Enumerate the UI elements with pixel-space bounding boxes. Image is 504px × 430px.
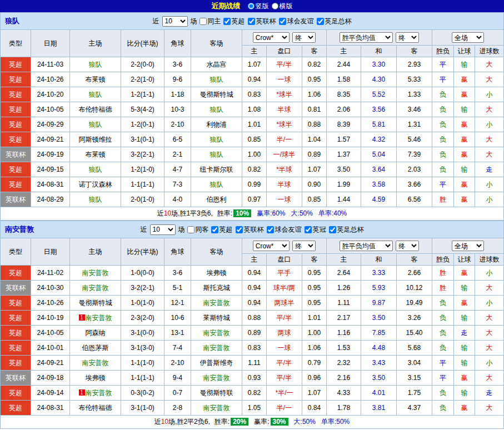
score-cell: 2-3(2-0) xyxy=(121,311,164,326)
match-date: 24-10-05 xyxy=(31,102,70,117)
avg-type-select[interactable]: 胜平负均值 xyxy=(340,32,393,43)
same-venue-checkbox[interactable] xyxy=(187,226,194,233)
avg-away-cell: 2.03 xyxy=(397,162,432,177)
away-team-cell: 狼队 xyxy=(191,72,242,87)
avg-home-cell: 2.32 xyxy=(327,356,361,371)
odds-source-select[interactable]: Crow* xyxy=(253,241,290,251)
competition-label: 英联杯 xyxy=(256,17,276,26)
match-count-select[interactable]: 10 xyxy=(162,16,188,27)
competition-checkbox[interactable] xyxy=(267,226,274,233)
subcol-handicap: 盘口 xyxy=(267,254,302,266)
league-badge: 英超 xyxy=(1,132,31,147)
match-count-select[interactable]: 10 xyxy=(150,224,176,235)
handicap-result-cell: 赢 xyxy=(454,266,475,281)
avg-home-cell: 1.57 xyxy=(327,132,361,147)
match-row: 英超 24-09-21 南安普敦 1-1(1-0) 2-10 伊普斯维奇 1.1… xyxy=(1,356,504,371)
avg-time-select[interactable]: 终 xyxy=(396,32,419,43)
competition-filter[interactable]: 球会友谊 xyxy=(279,17,314,26)
handicap-result-cell: 赢 xyxy=(454,87,475,102)
avg-away-cell: 7.39 xyxy=(397,147,432,162)
corner-cell: 4-0 xyxy=(164,192,191,207)
competition-filter[interactable]: 英冠 xyxy=(305,225,326,234)
vertical-layout-radio[interactable] xyxy=(248,3,255,9)
summary-stats: 胜率:20%赢率:30%大:50%单率:50% xyxy=(214,417,350,427)
competition-checkbox[interactable] xyxy=(279,18,286,25)
same-venue-checkbox[interactable] xyxy=(199,18,207,25)
odds-source-select[interactable]: Crow* xyxy=(253,32,290,43)
league-badge: 英超 xyxy=(1,311,31,326)
result-wdl-cell: 平 xyxy=(432,356,454,371)
avg-away-cell: 3.26 xyxy=(397,311,432,326)
competition-checkbox[interactable] xyxy=(329,226,336,233)
league-badge: 英超 xyxy=(1,72,31,87)
corner-cell: 7-3 xyxy=(164,177,191,192)
match-date: 24-09-14 xyxy=(31,386,70,401)
same-venue-filter[interactable]: 同主 xyxy=(199,17,221,26)
summary-lead-post: 场,胜1平3负6, xyxy=(171,209,213,217)
odds-home-cell: 0.97 xyxy=(242,192,267,207)
corner-cell: 12-1 xyxy=(164,296,191,311)
same-venue-filter[interactable]: 同客 xyxy=(187,225,209,234)
competition-checkbox[interactable] xyxy=(317,18,324,25)
competition-checkbox[interactable] xyxy=(223,18,231,25)
page-title: 近期战绩 xyxy=(212,1,241,11)
avg-away-cell: 1.33 xyxy=(397,87,432,102)
horizontal-layout-radio[interactable] xyxy=(272,3,278,9)
col-date: 日期 xyxy=(31,30,70,57)
scope-select[interactable]: 全场 xyxy=(452,32,484,43)
team-name: 水晶宫 xyxy=(207,61,227,68)
goals-result-cell: 小 xyxy=(475,177,504,192)
avg-draw-cell: 5.81 xyxy=(361,117,397,132)
score-cell: 1-2(1-1) xyxy=(121,87,164,102)
corner-cell: 4-7 xyxy=(164,162,191,177)
layout-option-horizontal[interactable]: 横版 xyxy=(272,2,293,11)
handicap-cell: 半球 xyxy=(267,177,302,192)
layout-option-vertical[interactable]: 竖版 xyxy=(248,2,269,11)
result-wdl-cell: 负 xyxy=(432,341,454,356)
competition-checkbox[interactable] xyxy=(305,226,312,233)
team-name: 狼队 xyxy=(210,76,223,83)
avg-away-cell: 2.93 xyxy=(397,57,432,72)
match-date: 24-09-21 xyxy=(31,132,70,147)
away-team-cell: 埃弗顿 xyxy=(191,266,242,281)
away-team-cell: 南安普敦 xyxy=(191,371,242,386)
odds-time-select[interactable]: 终 xyxy=(292,241,316,251)
scope-select[interactable]: 全场 xyxy=(452,241,484,251)
avg-draw-cell: 4.59 xyxy=(361,192,397,207)
competition-label: 英联杯 xyxy=(244,225,264,234)
avg-draw-cell: 4.48 xyxy=(361,341,397,356)
match-row: 英超 24-08-31 布伦特福德 3-1(1-0) 2-8 南安普敦 1.05… xyxy=(1,401,504,416)
competition-label: 球会友谊 xyxy=(287,17,314,26)
competition-checkbox[interactable] xyxy=(211,226,218,233)
team-name: 埃弗顿 xyxy=(86,374,106,382)
competition-filter[interactable]: 英足总杯 xyxy=(317,17,352,26)
avg-draw-cell: 3.58 xyxy=(361,177,397,192)
competition-filter[interactable]: 英联杯 xyxy=(236,225,264,234)
competition-filter[interactable]: 英超 xyxy=(223,17,245,26)
competition-filter[interactable]: 英超 xyxy=(211,225,233,234)
subcol-result: 胜负 xyxy=(432,254,454,266)
avg-away-cell: 2.66 xyxy=(397,266,432,281)
competition-filter[interactable]: 英联杯 xyxy=(248,17,276,26)
away-team-cell: 狼队 xyxy=(191,177,242,192)
avg-home-cell: 4.33 xyxy=(327,386,361,401)
summary-lead: 近10场,胜2平2负6, xyxy=(154,417,210,427)
avg-type-select[interactable]: 胜平负均值 xyxy=(340,241,393,251)
odds-home-cell: 1.11 xyxy=(242,356,267,371)
summary-lead-post: 场,胜2平2负6, xyxy=(168,418,210,426)
competition-filter[interactable]: 球会友谊 xyxy=(267,225,302,234)
result-wdl-cell: 负 xyxy=(432,147,454,162)
avg-time-select[interactable]: 终 xyxy=(396,241,419,251)
subcol-odds-home: 主 xyxy=(242,46,267,57)
competition-checkbox[interactable] xyxy=(236,226,243,233)
odds-time-select[interactable]: 终 xyxy=(292,32,316,43)
match-row: 英超 24-09-21 阿斯顿维拉 3-1(0-1) 6-5 狼队 0.85 半… xyxy=(1,132,504,147)
competition-filter[interactable]: 英足总杯 xyxy=(329,225,364,234)
competition-checkbox[interactable] xyxy=(248,18,255,25)
team-name: 曼彻斯特联 xyxy=(200,389,233,397)
odds-home-cell: 0.94 xyxy=(242,72,267,87)
avg-draw-cell: 3.56 xyxy=(361,102,397,117)
handicap-result-cell: 赢 xyxy=(454,371,475,386)
league-badge: 英超 xyxy=(1,266,31,281)
handicap-cell: *半/一 xyxy=(267,386,302,401)
